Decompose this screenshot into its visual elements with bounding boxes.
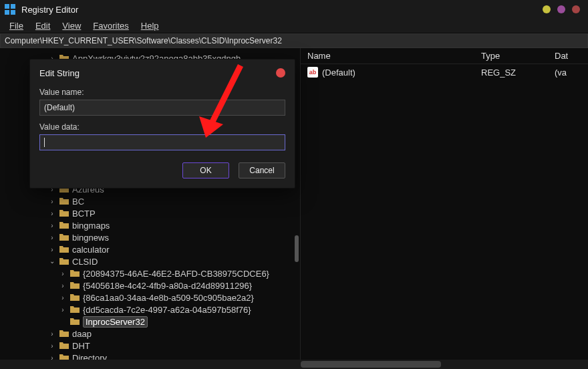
text-cursor	[44, 138, 45, 147]
folder-icon	[59, 209, 69, 218]
menu-edit[interactable]: Edit	[30, 19, 55, 32]
value-data-input[interactable]	[39, 134, 285, 150]
chevron-right-icon: ›	[48, 342, 56, 350]
value-name-input[interactable]	[39, 100, 285, 116]
tree-item-inprocserver32[interactable]: InprocServer32	[3, 316, 297, 328]
value-data-label: Value data:	[39, 122, 285, 132]
folder-icon	[59, 245, 69, 254]
value-data: (va	[548, 68, 588, 78]
chevron-right-icon: ›	[59, 306, 67, 314]
menu-favorites[interactable]: Favorites	[88, 19, 134, 32]
chevron-right-icon: ›	[59, 282, 67, 289]
col-header-type[interactable]: Type	[474, 51, 548, 61]
folder-icon	[59, 197, 69, 206]
window-controls	[543, 5, 584, 13]
folder-icon	[69, 305, 80, 314]
tree-scrollbar[interactable]	[295, 182, 299, 356]
tree-item[interactable]: ›bingmaps	[3, 219, 297, 231]
tree-item[interactable]: ›{dd5cacda-7c2e-4997-a62a-04a597b58f76}	[3, 303, 297, 316]
value-name-label: Value name:	[39, 88, 285, 97]
chevron-right-icon: ›	[48, 330, 56, 338]
tree-item[interactable]: ›{86ca1aa0-34aa-4e8b-a509-50c905bae2a2}	[3, 291, 297, 303]
values-header: Name Type Dat	[301, 48, 588, 64]
value-row[interactable]: ab (Default) REG_SZ (va	[301, 64, 588, 80]
string-value-icon: ab	[307, 67, 318, 78]
tree-item[interactable]: ›daap	[3, 328, 297, 340]
maximize-button[interactable]	[557, 5, 565, 13]
values-pane: Name Type Dat ab (Default) REG_SZ (va	[301, 48, 588, 369]
chevron-right-icon: ›	[59, 294, 67, 301]
window-title: Registry Editor	[21, 5, 78, 15]
scrollbar-thumb[interactable]	[295, 235, 299, 262]
horizontal-scrollbar[interactable]	[0, 360, 588, 369]
tree-item[interactable]: ›calculator	[3, 243, 297, 255]
edit-string-dialog: Edit String Value name: Value data: OK C…	[29, 59, 295, 189]
ok-button[interactable]: OK	[182, 162, 229, 178]
tree-item[interactable]: ›{20894375-46AE-46E2-BAFD-CB38975CDCE6}	[3, 267, 297, 279]
regedit-icon	[4, 3, 16, 15]
folder-icon	[59, 329, 69, 338]
menu-view[interactable]: View	[57, 19, 86, 32]
svg-rect-3	[11, 10, 15, 15]
menu-help[interactable]: Help	[136, 19, 164, 32]
address-bar[interactable]: Computer\HKEY_CURRENT_USER\Software\Clas…	[0, 33, 588, 48]
close-button[interactable]	[572, 5, 580, 13]
chevron-right-icon: ›	[48, 222, 56, 229]
chevron-right-icon: ›	[48, 198, 56, 205]
tree-item[interactable]: ›BCTP	[3, 207, 297, 219]
chevron-right-icon: ›	[48, 246, 56, 253]
chevron-down-icon: ⌄	[48, 257, 56, 265]
tree-item[interactable]: ›{5405618e-4c42-4fb9-a80a-d24d89911296}	[3, 279, 297, 291]
dialog-close-icon[interactable]	[276, 68, 285, 78]
minimize-button[interactable]	[543, 5, 551, 13]
folder-icon	[69, 317, 80, 326]
address-text: Computer\HKEY_CURRENT_USER\Software\Clas…	[5, 36, 282, 45]
value-name: (Default)	[322, 68, 355, 78]
chevron-right-icon: ›	[59, 270, 67, 277]
menu-file[interactable]: File	[4, 19, 29, 32]
col-header-name[interactable]: Name	[301, 51, 474, 61]
chevron-right-icon: ›	[48, 210, 56, 217]
value-type: REG_SZ	[474, 68, 548, 78]
folder-icon	[69, 293, 80, 302]
menubar: File Edit View Favorites Help	[0, 19, 588, 33]
svg-rect-1	[11, 4, 15, 9]
col-header-data[interactable]: Dat	[548, 51, 588, 61]
folder-icon	[59, 257, 69, 266]
svg-rect-0	[5, 4, 9, 9]
tree-item[interactable]: ›DHT	[3, 340, 297, 352]
hscroll-thumb[interactable]	[301, 361, 441, 368]
tree-item-clsid[interactable]: ⌄ CLSID	[3, 255, 297, 267]
folder-icon	[59, 221, 69, 230]
dialog-title: Edit String	[39, 68, 80, 78]
chevron-right-icon: ›	[48, 234, 56, 241]
tree-item[interactable]: ›BC	[3, 195, 297, 207]
titlebar: Registry Editor	[0, 0, 588, 19]
folder-icon	[59, 233, 69, 242]
cancel-button[interactable]: Cancel	[239, 162, 285, 178]
folder-icon	[59, 341, 69, 350]
svg-rect-2	[5, 10, 9, 15]
folder-icon	[69, 281, 80, 290]
folder-icon	[69, 269, 80, 278]
tree-item[interactable]: ›bingnews	[3, 231, 297, 243]
